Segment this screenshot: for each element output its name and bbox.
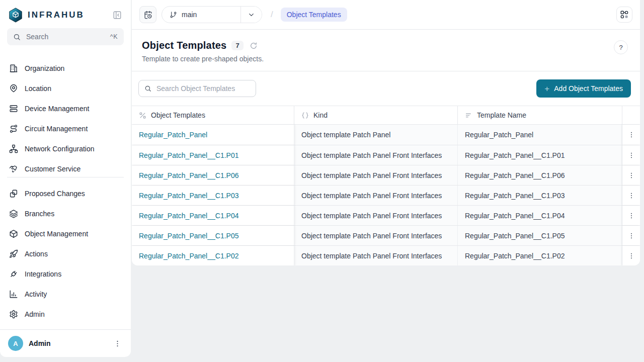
nav-item[interactable]: Proposed Changes (4, 184, 127, 204)
column-header-actions (622, 106, 640, 124)
add-button-label: Add Object Templates (554, 84, 623, 93)
object-template-link[interactable]: Regular_Patch_Panel (139, 131, 207, 139)
date-picker-button[interactable] (139, 6, 156, 23)
template-name-cell: Regular_Patch_Panel__C1.P05 (458, 226, 622, 245)
kind-cell: Object template Patch Panel Front Interf… (294, 145, 458, 165)
rocket-icon (9, 249, 18, 258)
chevron-down-icon (248, 11, 255, 19)
nav-item[interactable]: Activity (4, 284, 127, 304)
search-shortcut-hint: ^K (110, 33, 118, 40)
template-name-cell: Regular_Patch_Panel__C1.P02 (458, 246, 622, 265)
row-actions-button[interactable] (625, 210, 637, 222)
route-icon (9, 124, 18, 133)
refresh-button[interactable] (249, 41, 259, 51)
plug-icon (9, 269, 18, 279)
row-actions-button[interactable] (625, 149, 637, 161)
template-name-cell: Regular_Patch_Panel__C1.P06 (458, 165, 622, 185)
object-search[interactable] (138, 80, 256, 97)
nav-item[interactable]: Actions (4, 244, 127, 264)
nav-item[interactable]: Object Management (4, 224, 127, 244)
nav-item[interactable]: Branches (4, 204, 127, 224)
search-icon (144, 85, 151, 92)
object-template-link[interactable]: Regular_Patch_Panel__C1.P04 (139, 212, 238, 220)
nav-item[interactable]: Device Management (4, 99, 127, 119)
breadcrumb[interactable]: Object Templates (281, 8, 347, 22)
kind-cell: Object template Patch Panel Front Interf… (294, 246, 458, 265)
handshake-icon (9, 164, 18, 173)
topbar: main / Object Templates (132, 0, 640, 30)
collapse-sidebar-button[interactable] (112, 10, 123, 21)
object-template-link[interactable]: Regular_Patch_Panel__C1.P01 (139, 151, 238, 159)
gear-icon (9, 310, 18, 319)
network-icon (9, 144, 18, 153)
text-lines-icon (465, 112, 472, 119)
row-actions-button[interactable] (625, 190, 637, 202)
braces-icon (301, 112, 309, 119)
avatar: A (8, 336, 23, 351)
object-template-link[interactable]: Regular_Patch_Panel__C1.P05 (139, 232, 238, 240)
table-row: Regular_Patch_Panel__C1.P06 Object templ… (132, 165, 640, 185)
kebab-icon (627, 192, 635, 200)
branch-selector: main (162, 6, 262, 23)
infrahub-hexagon-icon (8, 8, 23, 23)
row-actions-button[interactable] (625, 250, 637, 262)
column-header-object-templates[interactable]: Object Templates (132, 106, 294, 124)
branch-dropdown-button[interactable] (240, 7, 262, 23)
object-template-link[interactable]: Regular_Patch_Panel__C1.P02 (139, 252, 238, 260)
search-icon (13, 33, 21, 41)
row-actions-button[interactable] (625, 169, 637, 182)
brand-logo[interactable]: INFRAHUB (8, 8, 85, 23)
row-actions-button[interactable] (625, 230, 637, 242)
kind-cell: Object template Patch Panel (294, 125, 458, 145)
cube-icon (9, 229, 18, 238)
column-header-template-name[interactable]: Template Name (458, 106, 622, 124)
brand-name: INFRAHUB (28, 10, 85, 20)
nav-item[interactable]: Integrations (4, 264, 127, 284)
object-template-link[interactable]: Regular_Patch_Panel__C1.P03 (139, 192, 238, 200)
user-name: Admin (29, 339, 51, 347)
sidebar-search-input[interactable] (25, 32, 106, 41)
table-header-row: Object Templates Kind Template Name (132, 106, 640, 125)
template-name-cell: Regular_Patch_Panel__C1.P04 (458, 206, 622, 225)
help-button[interactable]: ? (614, 40, 628, 54)
table-row: Regular_Patch_Panel__C1.P03 Object templ… (132, 185, 640, 205)
sidebar-user-section: A Admin (0, 329, 131, 357)
sidebar-search[interactable]: ^K (7, 28, 124, 45)
object-template-link[interactable]: Regular_Patch_Panel__C1.P06 (139, 171, 238, 179)
count-badge: 7 (231, 41, 243, 50)
plus-icon: + (544, 84, 549, 93)
table-row: Regular_Patch_Panel__C1.P01 Object templ… (132, 145, 640, 165)
table-body: Regular_Patch_Panel Object template Patc… (132, 125, 640, 265)
add-object-templates-button[interactable]: + Add Object Templates (536, 79, 631, 98)
nav-item[interactable]: Customer Service (4, 159, 127, 177)
kebab-icon (627, 131, 635, 139)
column-header-kind[interactable]: Kind (294, 106, 458, 124)
user-menu-button[interactable] (112, 338, 123, 349)
map-pin-icon (9, 84, 18, 93)
nav-item[interactable]: Circuit Management (4, 119, 127, 139)
server-icon (9, 104, 18, 113)
nav-item[interactable]: Network Configuration (4, 139, 127, 159)
nav-item[interactable]: Admin (4, 304, 127, 324)
calendar-clock-icon (144, 11, 152, 19)
table-row: Regular_Patch_Panel__C1.P04 Object templ… (132, 205, 640, 225)
kebab-icon (627, 151, 635, 159)
template-name-cell: Regular_Patch_Panel (458, 125, 622, 145)
nav-item[interactable]: Organization (4, 58, 127, 78)
object-templates-table: Object Templates Kind Template Name (132, 106, 640, 265)
page-title: Object Templates (142, 40, 226, 51)
row-actions-button[interactable] (625, 129, 637, 141)
object-search-input[interactable] (155, 84, 250, 93)
sidebar-header: INFRAHUB (0, 0, 131, 28)
layers-icon (9, 209, 18, 218)
template-icon (139, 112, 146, 119)
chart-icon (9, 290, 18, 299)
branch-selector-value[interactable]: main (162, 7, 240, 23)
table-row: Regular_Patch_Panel__C1.P05 Object templ… (132, 225, 640, 245)
nav-item[interactable]: Location (4, 78, 127, 99)
schema-visualizer-button[interactable] (616, 7, 632, 23)
kind-cell: Object template Patch Panel Front Interf… (294, 206, 458, 225)
kebab-icon (113, 339, 122, 348)
table-toolbar: + Add Object Templates (132, 71, 640, 106)
template-name-cell: Regular_Patch_Panel__C1.P01 (458, 145, 622, 165)
